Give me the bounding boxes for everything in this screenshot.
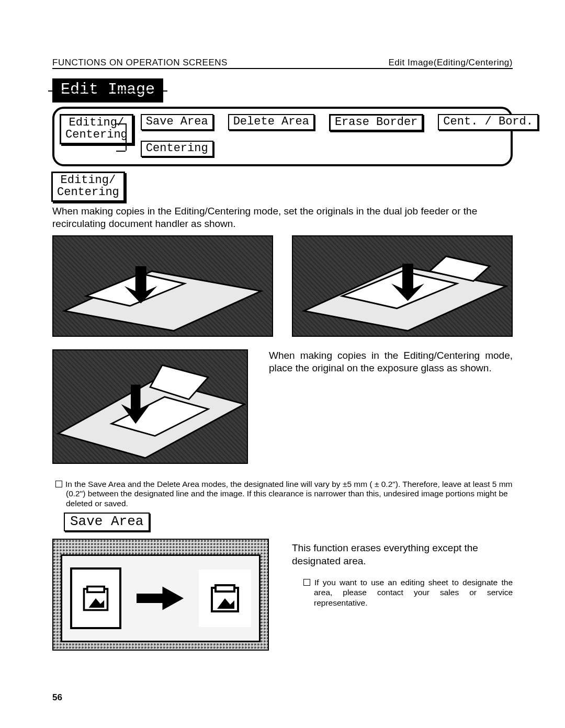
before-image-icon xyxy=(70,567,121,629)
page-number: 56 xyxy=(52,692,62,703)
intro-paragraph: When making copies in the Editing/Center… xyxy=(52,205,513,230)
save-area-note-text: If you want to use an editing sheet to d… xyxy=(314,578,513,607)
svg-rect-13 xyxy=(216,585,234,592)
save-area-label-wrap: Save Area xyxy=(52,523,269,539)
svg-marker-10 xyxy=(88,598,104,608)
header-right: Edit Image(Editing/Centering) xyxy=(388,58,513,68)
svg-marker-14 xyxy=(217,598,234,609)
after-image-icon xyxy=(199,570,251,627)
clearance-note-text: In the Save Area and the Delete Area mod… xyxy=(65,480,513,508)
bullet-icon xyxy=(55,481,62,487)
section-label-text: Editing/ Centering xyxy=(51,172,125,202)
exposure-glass-row: When making copies in the Editing/Center… xyxy=(52,349,513,464)
button-cent-bord[interactable]: Cent. / Bord. xyxy=(438,114,538,130)
illustration-exposure-glass xyxy=(52,349,248,464)
svg-rect-9 xyxy=(87,587,104,593)
save-area-left: Save Area xyxy=(52,523,269,651)
save-area-label: Save Area xyxy=(64,513,150,531)
save-area-inner xyxy=(61,554,261,642)
header-left: FUNCTIONS ON OPERATION SCREENS xyxy=(52,58,228,68)
manual-page: FUNCTIONS ON OPERATION SCREENS Edit Imag… xyxy=(0,0,565,728)
bullet-icon xyxy=(303,579,310,586)
save-area-section: Save Area xyxy=(52,523,513,651)
button-delete-area[interactable]: Delete Area xyxy=(228,114,314,130)
save-area-right: This function erases everything except t… xyxy=(292,523,513,608)
mode-button-editing-centering[interactable]: Editing/ Centering xyxy=(60,114,133,144)
tab-edit-image: Edit Image xyxy=(52,69,513,103)
section-label-editing-centering: Editing/ Centering xyxy=(51,172,513,202)
clearance-note: In the Save Area and the Delete Area mod… xyxy=(52,480,513,509)
tab-label: Edit Image xyxy=(52,78,163,103)
button-row-top: Save Area Delete Area Erase Border Cent.… xyxy=(141,114,538,131)
save-area-illustration xyxy=(52,539,269,651)
button-erase-border[interactable]: Erase Border xyxy=(329,114,423,131)
illustration-recirculating-handler xyxy=(292,235,513,337)
button-centering[interactable]: Centering xyxy=(141,141,213,157)
illustration-dual-job-feeder xyxy=(52,235,273,337)
button-row-bottom: Centering xyxy=(141,141,538,157)
exposure-glass-paragraph: When making copies in the Editing/Center… xyxy=(269,349,513,375)
svg-marker-11 xyxy=(137,587,184,610)
save-area-note: If you want to use an editing sheet to d… xyxy=(292,577,513,608)
options-panel: Editing/ Centering Save Area Delete Area… xyxy=(52,107,513,166)
page-header: FUNCTIONS ON OPERATION SCREENS Edit Imag… xyxy=(52,58,513,69)
button-area: Save Area Delete Area Erase Border Cent.… xyxy=(141,114,538,157)
button-save-area[interactable]: Save Area xyxy=(141,114,213,130)
arrow-icon xyxy=(137,584,184,612)
side-column: Editing/ Centering xyxy=(60,114,133,144)
feeder-illustrations xyxy=(52,235,513,337)
save-area-description: This function erases everything except t… xyxy=(292,542,513,567)
